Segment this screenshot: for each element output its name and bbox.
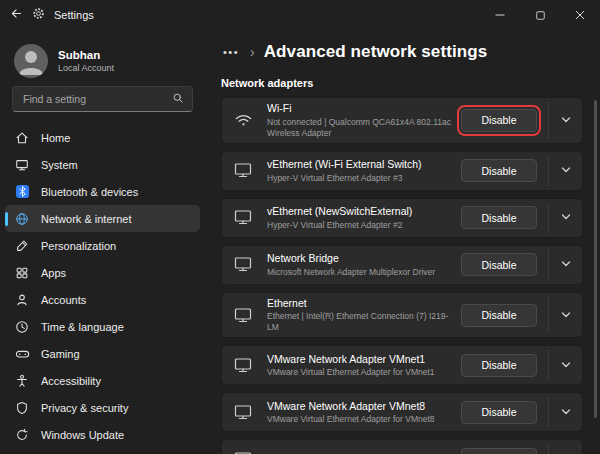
back-button[interactable] <box>10 7 23 23</box>
ethernet-adapter-icon <box>234 307 256 324</box>
bluetooth-icon <box>14 185 30 198</box>
sidebar-item-label: Accessibility <box>41 375 101 387</box>
sidebar-item-accounts[interactable]: Accounts <box>5 286 200 313</box>
sidebar-item-network-internet[interactable]: Network & internet <box>5 205 200 232</box>
sidebar-item-label: System <box>41 159 78 171</box>
adapter-name: VMware Network Adapter VMnet8 <box>267 400 455 414</box>
disable-button[interactable]: Disable <box>461 159 537 182</box>
search-box <box>12 86 193 112</box>
adapter-description: Microsoft Network Adapter Multiplexor Dr… <box>267 267 455 278</box>
user-role: Local Account <box>58 63 114 73</box>
search-icon <box>172 90 184 108</box>
adapter-description: Not connected | Qualcomm QCA61x4A 802.11… <box>267 117 455 139</box>
accounts-icon <box>14 293 30 307</box>
avatar <box>14 44 48 78</box>
search-input[interactable] <box>21 92 172 106</box>
sidebar-item-home[interactable]: Home <box>5 124 200 151</box>
settings-window: { "colors": { "accent": "#4cc2ff", "anno… <box>0 0 600 454</box>
main-content: ••• › Advanced network settings Network … <box>205 30 600 454</box>
minimize-button[interactable] <box>480 0 520 30</box>
sidebar-item-personalization[interactable]: Personalization <box>5 232 200 259</box>
time-language-icon <box>14 320 30 334</box>
sidebar-item-label: Windows Update <box>41 429 124 441</box>
user-account[interactable]: Subhan Local Account <box>0 38 205 86</box>
adapter-name: Network Bridge <box>267 252 455 266</box>
chevron-down-icon <box>561 358 571 373</box>
titlebar: Settings <box>0 0 600 30</box>
app-title: Settings <box>54 9 94 21</box>
expand-button[interactable] <box>549 102 582 139</box>
system-icon <box>14 158 30 172</box>
gear-icon <box>32 6 45 24</box>
adapter-card-vmnet8: VMware Network Adapter VMnet8 VMware Vir… <box>221 392 583 432</box>
expand-button[interactable] <box>549 297 582 334</box>
maximize-icon <box>536 8 545 23</box>
disable-button[interactable]: Disable <box>461 253 537 276</box>
sidebar-item-gaming[interactable]: Gaming <box>5 340 200 367</box>
expand-button[interactable] <box>549 156 582 186</box>
home-icon <box>14 131 30 145</box>
sidebar-item-label: Bluetooth & devices <box>41 186 138 198</box>
scrollbar[interactable] <box>594 100 597 418</box>
close-icon <box>575 8 585 23</box>
chevron-down-icon <box>561 210 571 225</box>
expand-button[interactable] <box>549 397 582 427</box>
privacy-icon <box>14 401 30 415</box>
chevron-right-icon: › <box>250 45 255 59</box>
windows-update-icon <box>14 428 30 442</box>
close-button[interactable] <box>560 0 600 30</box>
adapter-description: VMware Virtual Ethernet Adapter for VMne… <box>267 367 455 378</box>
disable-button[interactable]: Disable <box>461 448 537 454</box>
sidebar-item-label: Apps <box>41 267 66 279</box>
ethernet-adapter-icon <box>234 162 256 179</box>
expand-button[interactable] <box>549 250 582 280</box>
breadcrumb-ellipsis-button[interactable]: ••• <box>221 44 241 60</box>
adapter-card-vethernet-wifi-external: vEthernet (Wi-Fi External Switch) Hyper-… <box>221 151 583 191</box>
sidebar-item-system[interactable]: System <box>5 151 200 178</box>
adapter-card-ethernet: Ethernet Ethernet | Intel(R) Ethernet Co… <box>221 292 583 339</box>
disable-button[interactable]: Disable <box>461 304 537 327</box>
expand-button[interactable] <box>549 444 582 454</box>
network-icon <box>14 212 30 226</box>
adapter-description: Ethernet | Intel(R) Ethernet Connection … <box>267 311 455 333</box>
disable-button[interactable]: Disable <box>461 109 537 132</box>
sidebar-item-label: Gaming <box>41 348 80 360</box>
sidebar-item-accessibility[interactable]: Accessibility <box>5 367 200 394</box>
adapter-name: VMware Network Adapter VMnet1 <box>267 353 455 367</box>
sidebar-item-label: Privacy & security <box>41 402 128 414</box>
expand-button[interactable] <box>549 350 582 380</box>
adapter-description: Hyper-V Virtual Ethernet Adapter #3 <box>267 173 455 184</box>
sidebar-nav: Home System Bluetooth & devices Network … <box>0 124 205 448</box>
expand-button[interactable] <box>549 203 582 233</box>
sidebar-item-apps[interactable]: Apps <box>5 259 200 286</box>
sidebar: Subhan Local Account Home System Bluetoo… <box>0 30 205 454</box>
chevron-down-icon <box>561 163 571 178</box>
user-name: Subhan <box>58 49 114 63</box>
adapter-card-local-area-connection: Local Area Connection Disable <box>221 439 583 454</box>
ethernet-adapter-icon <box>234 256 256 273</box>
sidebar-item-bluetooth[interactable]: Bluetooth & devices <box>5 178 200 205</box>
sidebar-item-windows-update[interactable]: Windows Update <box>5 421 200 448</box>
adapter-name: vEthernet (Wi-Fi External Switch) <box>267 158 455 172</box>
sidebar-item-time-language[interactable]: Time & language <box>5 313 200 340</box>
disable-button[interactable]: Disable <box>461 206 537 229</box>
disable-button[interactable]: Disable <box>461 401 537 424</box>
breadcrumb: ••• › Advanced network settings <box>221 42 600 62</box>
accessibility-icon <box>14 374 30 388</box>
wifi-icon <box>234 112 256 128</box>
sidebar-item-privacy-security[interactable]: Privacy & security <box>5 394 200 421</box>
chevron-down-icon <box>561 257 571 272</box>
disable-button[interactable]: Disable <box>461 354 537 377</box>
section-label: Network adapters <box>221 77 600 89</box>
adapter-card-vethernet-newswitch: vEthernet (NewSwitchExternal) Hyper-V Vi… <box>221 198 583 238</box>
maximize-button[interactable] <box>520 0 560 30</box>
sidebar-item-label: Time & language <box>41 321 124 333</box>
ethernet-adapter-icon <box>234 357 256 374</box>
adapter-list: Wi-Fi Not connected | Qualcomm QCA61x4A … <box>221 97 583 454</box>
chevron-down-icon <box>561 113 571 128</box>
chevron-down-icon <box>561 405 571 420</box>
sidebar-item-label: Network & internet <box>41 213 131 225</box>
window-controls <box>480 0 600 30</box>
adapter-name: vEthernet (NewSwitchExternal) <box>267 205 455 219</box>
adapter-name: Ethernet <box>267 297 455 311</box>
